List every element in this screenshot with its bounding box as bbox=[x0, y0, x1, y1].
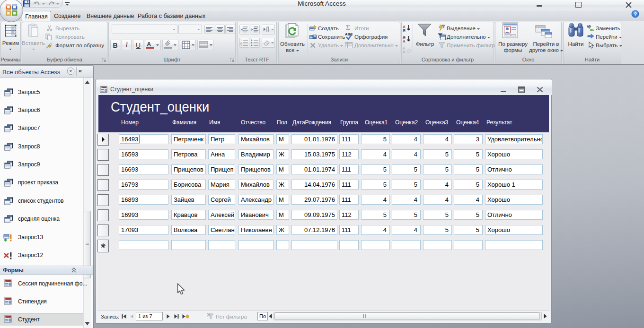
svg-text:А: А bbox=[403, 39, 406, 43]
svg-text:Я: Я bbox=[403, 50, 406, 54]
svg-text:3: 3 bbox=[240, 44, 242, 46]
svg-text:Я: Я bbox=[403, 28, 406, 32]
svg-text:ac: ac bbox=[590, 27, 594, 31]
svg-text:?: ? bbox=[634, 11, 637, 17]
